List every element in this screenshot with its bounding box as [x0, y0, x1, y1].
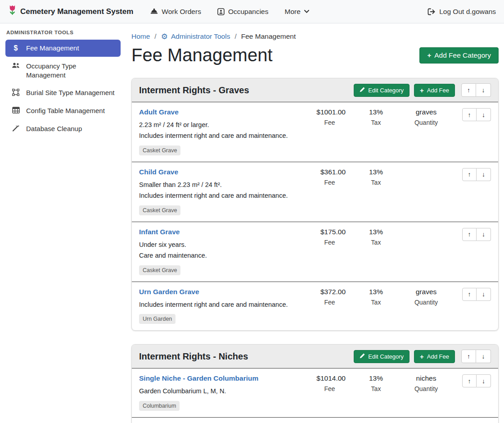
category-header: Interment Rights - Graves Edit Category … [132, 78, 498, 102]
sidebar: ADMINISTRATOR TOOLS $ Fee Management Occ… [0, 23, 126, 145]
fee-amount-column: $1014.00 Fee [308, 374, 351, 411]
edit-category-button[interactable]: Edit Category [354, 84, 410, 97]
edit-category-button[interactable]: Edit Category [354, 350, 410, 363]
move-category-down-button[interactable]: ↓ [476, 350, 491, 363]
fee-description-lines: Under six years.Care and maintenance. [139, 240, 305, 261]
fee-name-link[interactable]: Child Grave [139, 168, 178, 176]
fee-reorder-group: ↑ ↓ [455, 108, 491, 155]
fee-reorder-group: ↑ ↓ [455, 168, 491, 215]
fee-tax-label: Tax [355, 119, 397, 126]
table-icon [11, 107, 21, 114]
fee-reorder-group: ↑ ↓ [455, 288, 491, 324]
logout-link[interactable]: Log Out d.gowans [428, 8, 496, 16]
fee-tax-column: 13% Tax [355, 168, 397, 215]
move-fee-down-button[interactable]: ↓ [477, 108, 491, 121]
move-fee-up-button[interactable]: ↑ [462, 168, 477, 181]
sidebar-item-label: Database Cleanup [26, 124, 82, 133]
fee-tax: 13% [355, 288, 397, 296]
add-fee-category-button[interactable]: + Add Fee Category [419, 47, 499, 64]
users-icon [11, 62, 21, 68]
category-title: Interment Rights - Graves [139, 85, 249, 96]
sidebar-item-label: Burial Site Type Management [26, 88, 115, 97]
breadcrumb-home[interactable]: Home [131, 32, 150, 41]
fee-description-line: Smaller than 2.23 m² / 24 ft². [139, 180, 305, 191]
fee-amount-label: Fee [308, 119, 351, 126]
tulip-logo-icon [8, 5, 17, 18]
move-fee-up-button[interactable]: ↑ [462, 374, 477, 387]
fee-description: Adult Grave 2.23 m² / 24 ft² or larger.I… [139, 108, 305, 155]
fee-description-lines: Smaller than 2.23 m² / 24 ft².Includes i… [139, 180, 305, 201]
fee-description-line: 2.23 m² / 24 ft² or larger. [139, 120, 305, 131]
move-fee-up-button[interactable]: ↑ [462, 228, 477, 241]
breadcrumb: Home / ⚙ Administrator Tools / Fee Manag… [131, 32, 499, 41]
move-category-down-button[interactable]: ↓ [476, 83, 491, 97]
dollar-icon: $ [11, 44, 21, 52]
fee-name-link[interactable]: Single Niche - Garden Columbarium [139, 374, 258, 382]
add-fee-button[interactable]: + Add Fee [414, 350, 455, 363]
fee-tax: 13% [355, 228, 397, 236]
logout-icon [428, 8, 436, 15]
chevron-down-icon [304, 10, 309, 13]
fee-name-link[interactable]: Adult Grave [139, 108, 179, 116]
sidebar-item-burial-site-type-management[interactable]: Burial Site Type Management [5, 84, 121, 101]
main-content: Home / ⚙ Administrator Tools / Fee Manag… [126, 23, 504, 423]
fee-tax: 13% [355, 168, 397, 176]
fee-tax: 13% [355, 374, 397, 382]
sidebar-item-occupancy-type-management[interactable]: Occupancy Type Management [5, 58, 121, 84]
nav-work-orders-label: Work Orders [162, 8, 201, 16]
sidebar-item-fee-management[interactable]: $ Fee Management [5, 40, 121, 57]
fee-quantity-column: niches Quantity [401, 374, 451, 411]
move-fee-down-button[interactable]: ↓ [477, 228, 491, 241]
fee-tax-label: Tax [355, 179, 397, 186]
move-fee-up-button[interactable]: ↑ [462, 108, 477, 121]
breadcrumb-separator: / [234, 32, 236, 41]
fee-list: Single Niche - Garden Columbarium Garden… [132, 368, 498, 423]
pencil-icon [360, 87, 365, 94]
fee-quantity-column [401, 228, 451, 275]
fee-tax-label: Tax [355, 299, 397, 306]
move-category-up-button[interactable]: ↑ [461, 350, 476, 363]
fee-quantity-label: Quantity [401, 299, 451, 306]
fee-description-lines: Garden Columbarium L, M, N. [139, 386, 305, 397]
nav-more[interactable]: More [285, 8, 309, 16]
breadcrumb-administrator-tools[interactable]: ⚙ Administrator Tools [161, 32, 230, 41]
category-reorder-group: ↑ ↓ [461, 350, 491, 363]
fee-name-link[interactable]: Infant Grave [139, 228, 180, 236]
fee-amount: $175.00 [308, 228, 351, 236]
sidebar-item-label: Occupancy Type Management [26, 62, 115, 80]
fee-amount: $1001.00 [308, 108, 351, 116]
breadcrumb-separator: / [154, 32, 156, 41]
fee-name-link[interactable]: Urn Garden Grave [139, 288, 199, 296]
fee-quantity-column: graves Quantity [401, 108, 451, 155]
edit-category-label: Edit Category [368, 353, 404, 360]
nav-work-orders[interactable]: Work Orders [150, 8, 201, 16]
sidebar-item-label: Config Table Management [26, 106, 105, 115]
brand[interactable]: Cemetery Management System [8, 5, 133, 18]
fee-row: Urn Garden Grave Includes interment righ… [132, 282, 498, 331]
fee-description-line: Garden Columbarium L, M, N. [139, 386, 305, 397]
fee-amount-column: $372.00 Fee [308, 288, 351, 324]
fee-quantity-label: Quantity [401, 385, 451, 392]
add-fee-category-label: Add Fee Category [434, 51, 491, 59]
category-actions: Edit Category + Add Fee ↑ ↓ [354, 83, 491, 97]
fee-quantity-column: graves Quantity [401, 288, 451, 324]
move-fee-down-button[interactable]: ↓ [477, 288, 491, 301]
move-fee-down-button[interactable]: ↓ [477, 374, 491, 387]
gear-icon: ⚙ [161, 33, 168, 41]
add-fee-label: Add Fee [427, 353, 449, 360]
magic-wand-icon [11, 125, 21, 132]
fee-description: Child Grave Smaller than 2.23 m² / 24 ft… [139, 168, 305, 215]
add-fee-button[interactable]: + Add Fee [414, 84, 455, 97]
move-fee-down-button[interactable]: ↓ [477, 168, 491, 181]
sidebar-item-database-cleanup[interactable]: Database Cleanup [5, 120, 121, 137]
nav-occupancies[interactable]: Occupancies [217, 8, 269, 16]
plus-icon: + [420, 87, 424, 94]
sidebar-item-config-table-management[interactable]: Config Table Management [5, 102, 121, 119]
fee-amount: $361.00 [308, 168, 351, 176]
hard-hat-icon [150, 8, 158, 15]
fee-description: Infant Grave Under six years.Care and ma… [139, 228, 305, 275]
move-category-up-button[interactable]: ↑ [461, 83, 476, 97]
top-navbar: Cemetery Management System Work Orders [0, 0, 504, 23]
move-fee-up-button[interactable]: ↑ [462, 288, 477, 301]
fee-reorder-group: ↑ ↓ [455, 374, 491, 411]
